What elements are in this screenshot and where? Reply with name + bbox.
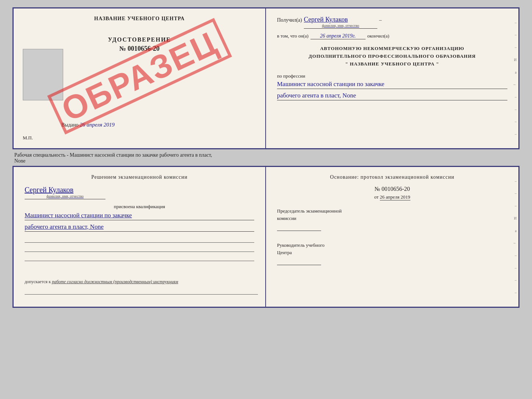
right-margin-lines-bottom: – – – И а ← – – – – xyxy=(511,167,517,307)
vydano-label: Выдано xyxy=(61,122,79,128)
mp-line: М.П. xyxy=(23,135,33,141)
udostoverenie-title: УДОСТОВЕРЕНИЕ xyxy=(23,36,256,43)
org-line1: АВТОНОМНУЮ НЕКОММЕРЧЕСКУЮ ОРГАНИЗАЦИЮ xyxy=(277,45,507,53)
vtom-line: в том, что он(а) 26 апреля 2019г. окончи… xyxy=(277,33,507,39)
cert-bottom-left: Решением экзаменационной комиссии Сергей… xyxy=(14,167,266,307)
margin-dash-b7: – xyxy=(511,253,517,257)
org-line2: ДОПОЛНИТЕЛЬНОГО ПРОФЕССИОНАЛЬНОГО ОБРАЗО… xyxy=(277,53,507,60)
cert-top-right: Получил(а) Сергей Кулаков фамилия, имя, … xyxy=(266,8,518,148)
fio-hint-top: фамилия, имя, отчество xyxy=(304,24,377,28)
org-line3: " НАЗВАНИЕ УЧЕБНОГО ЦЕНТРА " xyxy=(277,60,507,68)
margin-dash-9: – xyxy=(511,120,517,124)
cert-top: НАЗВАНИЕ УЧЕБНОГО ЦЕНТРА УДОСТОВЕРЕНИЕ №… xyxy=(12,7,520,149)
margin-dash-b4: И xyxy=(511,216,517,220)
dopuskaetsya-line: допускается к работе согласно должностны… xyxy=(25,279,258,296)
document-wrapper: НАЗВАНИЕ УЧЕБНОГО ЦЕНТРА УДОСТОВЕРЕНИЕ №… xyxy=(12,7,520,308)
margin-dash-5: а xyxy=(511,70,517,74)
rukovoditel-signature-line xyxy=(277,258,321,265)
cert-top-left: НАЗВАНИЕ УЧЕБНОГО ЦЕНТРА УДОСТОВЕРЕНИЕ №… xyxy=(14,8,266,148)
rukovoditel-text-2: Центра xyxy=(277,249,507,256)
blank-line-1 xyxy=(25,235,254,243)
predsedatel-block: Председатель экзаменационной комиссии xyxy=(277,207,507,232)
poluchil-label: Получил(а) xyxy=(277,17,302,23)
ot-date: от 26 апреля 2019 xyxy=(277,194,507,200)
vydano-date: 26 апреля 2019 xyxy=(80,122,115,128)
separator-text: Рабочая специальность - Машинист насосно… xyxy=(12,149,520,166)
qual-line2: рабочего агента в пласт, None xyxy=(25,223,254,232)
resheniem-text: Решением экзаменационной комиссии xyxy=(25,174,254,180)
cert-bottom-right: Основание: протокол экзаменационной коми… xyxy=(266,167,518,307)
predsedatel-text-2: комиссии xyxy=(277,215,507,222)
margin-dash-b6: ← xyxy=(511,241,517,245)
margin-dash-b2: – xyxy=(511,191,517,195)
obrazec-stamp: ОБРАЗЕЦ xyxy=(47,18,232,135)
vydano-line: Выдано 26 апреля 2019 xyxy=(61,122,115,128)
poluchil-line: Получил(а) Сергей Кулаков фамилия, имя, … xyxy=(277,16,507,29)
protocol-number: № 0010656-20 xyxy=(277,186,507,192)
margin-dash-7: – xyxy=(511,95,517,99)
blank-line-2 xyxy=(25,244,254,252)
blank-line-bottom xyxy=(25,286,258,295)
qual-line1: Машинист насосной станции по закачке xyxy=(25,212,254,220)
margin-dash-b10: – xyxy=(511,291,517,295)
okoncil-label: окончил(а) xyxy=(367,33,389,39)
margin-dash-b8: – xyxy=(511,266,517,270)
margin-dash-3: – xyxy=(511,45,517,49)
cert-bottom: Решением экзаменационной комиссии Сергей… xyxy=(12,166,520,308)
ot-date-value: 26 апреля 2019 xyxy=(380,194,410,200)
top-dash: – xyxy=(379,17,382,23)
separator-main: Рабочая специальность - Машинист насосно… xyxy=(14,152,212,158)
rukovoditel-block: Руководитель учебного Центра xyxy=(277,242,507,267)
profession-line1: Машинист насосной станции по закачке xyxy=(277,81,507,89)
margin-dash-b1: – xyxy=(511,179,517,183)
predsedatel-signature-line xyxy=(277,224,321,231)
prisvoena: присвоена квалификация xyxy=(25,204,254,210)
bottom-name: Сергей Кулаков фамилия, имя, отчество xyxy=(25,186,105,199)
poluchil-name: Сергей Кулаков фамилия, имя, отчество xyxy=(304,16,377,29)
margin-dash-1: – xyxy=(511,21,517,25)
dopusk-text: работе согласно должностным (производств… xyxy=(52,279,178,284)
margin-dash-b3: – xyxy=(511,204,517,208)
margin-dash-2: – xyxy=(511,33,517,37)
osnovanie-text: Основание: протокол экзаменационной коми… xyxy=(277,174,507,180)
blank-line-3 xyxy=(25,253,254,261)
bottom-name-block: Сергей Кулаков фамилия, имя, отчество xyxy=(25,186,254,199)
margin-dash-6: ← xyxy=(511,82,517,86)
fio-hint-bottom: фамилия, имя, отчество xyxy=(25,194,105,198)
dopusk-label: допускается к xyxy=(25,279,51,284)
right-margin-lines: – – – И а ← – – – – xyxy=(511,8,517,148)
rukovoditel-text-1: Руководитель учебного xyxy=(277,242,507,249)
vtom-date: 26 апреля 2019г. xyxy=(310,33,366,39)
vtom-label: в том, что он(а) xyxy=(277,33,309,39)
margin-dash-8: – xyxy=(511,107,517,111)
separator-none: None xyxy=(14,158,25,164)
profession-line2: рабочего агента в пласт, None xyxy=(277,92,507,100)
cert-top-title: НАЗВАНИЕ УЧЕБНОГО ЦЕНТРА xyxy=(23,16,256,22)
margin-dash-4: И xyxy=(511,58,517,62)
po-professii: по профессии xyxy=(277,73,507,79)
margin-dash-10: – xyxy=(511,132,517,136)
margin-dash-b5: а xyxy=(511,229,517,233)
photo-placeholder xyxy=(23,49,63,100)
margin-dash-b9: – xyxy=(511,278,517,282)
org-block: АВТОНОМНУЮ НЕКОММЕРЧЕСКУЮ ОРГАНИЗАЦИЮ ДО… xyxy=(277,45,507,68)
ot-label: от xyxy=(374,194,378,200)
predsedatel-text-1: Председатель экзаменационной xyxy=(277,207,507,215)
